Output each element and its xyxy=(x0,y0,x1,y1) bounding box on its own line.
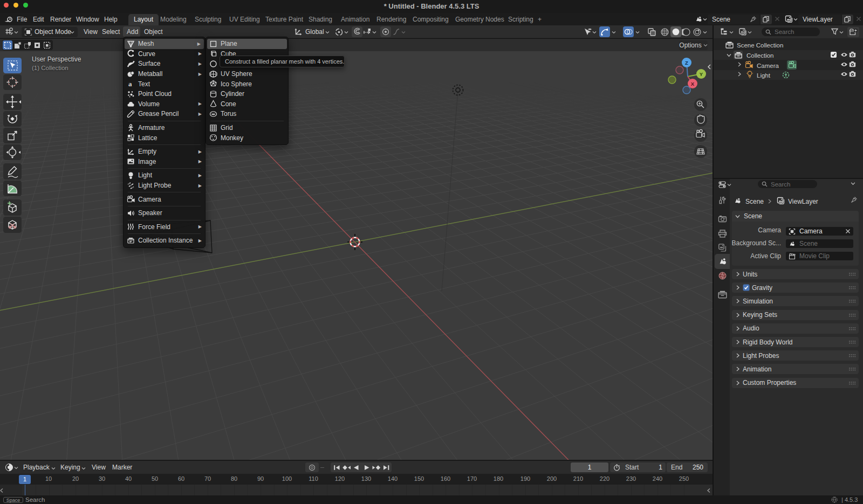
svg-text:Z: Z xyxy=(685,60,688,66)
svg-text:X: X xyxy=(691,81,695,87)
svg-text:Y: Y xyxy=(700,71,703,77)
